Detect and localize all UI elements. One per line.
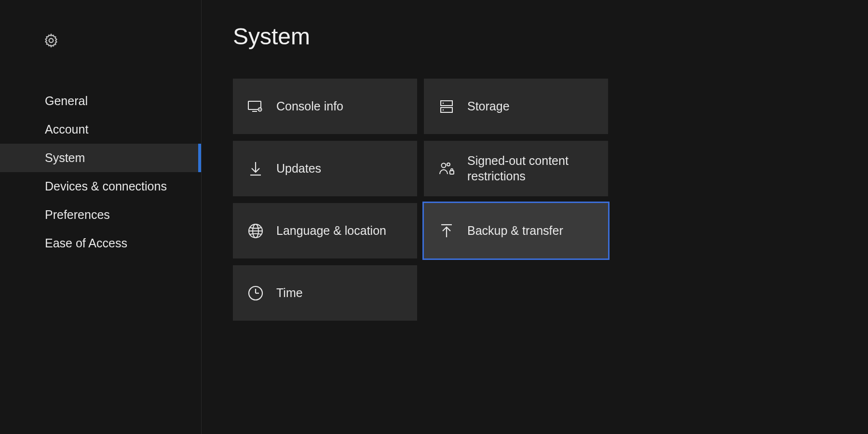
tile-updates[interactable]: Updates xyxy=(233,141,417,196)
tile-time[interactable]: Time xyxy=(233,265,417,321)
main-content: System Console info xyxy=(202,0,868,434)
sidebar-item-label: General xyxy=(45,94,88,108)
clock-icon xyxy=(247,285,264,301)
sidebar-item-devices-connections[interactable]: Devices & connections xyxy=(0,172,201,201)
tile-language-location[interactable]: Language & location xyxy=(233,203,417,258)
page-title: System xyxy=(233,23,868,50)
upload-icon xyxy=(438,223,455,239)
tile-label: Signed-out content restrictions xyxy=(467,153,608,184)
svg-rect-5 xyxy=(441,101,452,106)
sidebar-item-label: Ease of Access xyxy=(45,236,127,250)
svg-point-12 xyxy=(447,163,450,166)
sidebar-items: General Account System Devices & connect… xyxy=(0,87,201,258)
tile-signed-out-content-restrictions[interactable]: Signed-out content restrictions xyxy=(424,141,608,196)
tile-storage[interactable]: Storage xyxy=(424,79,608,134)
tile-label: Storage xyxy=(467,99,510,114)
storage-icon xyxy=(438,98,455,115)
sidebar-item-label: Preferences xyxy=(45,208,110,222)
gear-icon xyxy=(43,33,201,48)
download-icon xyxy=(247,161,264,177)
tile-label: Backup & transfer xyxy=(467,223,563,238)
sidebar-item-label: Devices & connections xyxy=(45,179,167,193)
sidebar-item-account[interactable]: Account xyxy=(0,115,201,144)
people-lock-icon xyxy=(438,161,455,177)
svg-point-7 xyxy=(443,102,444,104)
globe-icon xyxy=(247,223,264,239)
tile-grid: Console info Storage Upda xyxy=(233,79,868,321)
svg-point-11 xyxy=(442,163,446,167)
sidebar-item-label: Account xyxy=(45,122,88,136)
sidebar-item-general[interactable]: General xyxy=(0,87,201,115)
svg-point-4 xyxy=(259,109,260,110)
tile-console-info[interactable]: Console info xyxy=(233,79,417,134)
svg-rect-13 xyxy=(450,171,454,174)
sidebar-item-preferences[interactable]: Preferences xyxy=(0,201,201,229)
tile-label: Language & location xyxy=(276,223,386,238)
console-info-icon xyxy=(247,98,264,115)
svg-point-0 xyxy=(49,39,54,43)
svg-rect-6 xyxy=(441,108,452,112)
sidebar: General Account System Devices & connect… xyxy=(0,0,202,434)
tile-label: Updates xyxy=(276,161,321,176)
svg-point-8 xyxy=(443,109,444,110)
sidebar-item-label: System xyxy=(45,151,85,165)
tile-label: Time xyxy=(276,285,303,300)
sidebar-item-system[interactable]: System xyxy=(0,144,201,172)
tile-label: Console info xyxy=(276,99,343,114)
tile-backup-transfer[interactable]: Backup & transfer xyxy=(424,203,608,258)
sidebar-item-ease-of-access[interactable]: Ease of Access xyxy=(0,229,201,258)
